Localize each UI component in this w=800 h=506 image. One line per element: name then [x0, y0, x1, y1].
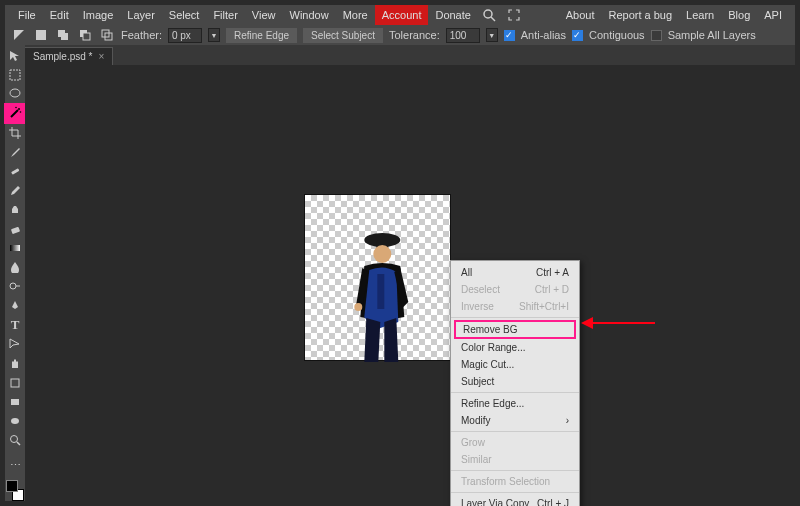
blur-tool[interactable] [6, 259, 24, 276]
menu-bar: File Edit Image Layer Select Filter View… [5, 5, 795, 25]
ctx-grow[interactable]: Grow [451, 434, 579, 451]
tab-label: Sample.psd * [33, 51, 92, 62]
tool-preset-icon[interactable] [11, 27, 27, 43]
menu-view[interactable]: View [245, 5, 283, 25]
svg-point-10 [10, 89, 20, 97]
menu-blog[interactable]: Blog [721, 5, 757, 25]
fullscreen-icon[interactable] [506, 7, 522, 23]
hand-tool[interactable] [6, 355, 24, 372]
svg-rect-9 [10, 70, 20, 80]
options-bar: Feather: ▼ Refine Edge Select Subject To… [5, 25, 795, 45]
heal-tool[interactable] [6, 162, 24, 179]
ctx-remove-bg[interactable]: Remove BG [454, 320, 576, 339]
ctx-similar[interactable]: Similar [451, 451, 579, 468]
svg-point-13 [15, 107, 17, 109]
document-canvas[interactable] [305, 195, 450, 360]
ctx-refine-edge[interactable]: Refine Edge... [451, 395, 579, 412]
svg-rect-6 [83, 33, 90, 40]
menu-learn[interactable]: Learn [679, 5, 721, 25]
menu-select[interactable]: Select [162, 5, 207, 25]
document-tabs: Sample.psd * × [25, 45, 795, 65]
menu-file[interactable]: File [11, 5, 43, 25]
dodge-tool[interactable] [6, 278, 24, 295]
svg-point-22 [11, 418, 19, 424]
svg-line-24 [17, 442, 20, 445]
tab-close-icon[interactable]: × [98, 51, 104, 62]
ctx-subject[interactable]: Subject [451, 373, 579, 390]
path-tool[interactable] [6, 336, 24, 353]
svg-rect-21 [11, 399, 19, 405]
magic-wand-tool[interactable] [6, 105, 24, 122]
svg-rect-28 [377, 274, 384, 309]
menu-more[interactable]: More [336, 5, 375, 25]
sample-all-checkbox[interactable] [651, 30, 662, 41]
menu-window[interactable]: Window [283, 5, 336, 25]
svg-point-29 [354, 303, 362, 311]
ctx-magic-cut[interactable]: Magic Cut... [451, 356, 579, 373]
eraser-tool[interactable] [6, 220, 24, 237]
menu-edit[interactable]: Edit [43, 5, 76, 25]
select-subject-button[interactable]: Select Subject [303, 28, 383, 43]
svg-line-11 [11, 110, 18, 117]
color-swatches[interactable] [6, 480, 24, 501]
ellipse-tool[interactable] [6, 412, 24, 429]
ctx-modify[interactable]: Modify› [451, 412, 579, 429]
text-tool[interactable]: T [6, 316, 24, 333]
menu-filter[interactable]: Filter [206, 5, 244, 25]
crop-tool[interactable] [6, 124, 24, 141]
svg-point-18 [10, 283, 16, 289]
mode-add-icon[interactable] [55, 27, 71, 43]
eyedropper-tool[interactable] [6, 143, 24, 160]
svg-point-12 [18, 108, 20, 110]
gradient-tool[interactable] [6, 239, 24, 256]
move-tool[interactable] [6, 47, 24, 64]
ctx-all[interactable]: AllCtrl + A [451, 264, 579, 281]
dots-icon[interactable]: ⋯ [6, 457, 24, 474]
refine-edge-button[interactable]: Refine Edge [226, 28, 297, 43]
tool-column: T ⋯ [5, 45, 25, 501]
mode-subtract-icon[interactable] [77, 27, 93, 43]
brush-tool[interactable] [6, 182, 24, 199]
tab-sample[interactable]: Sample.psd * × [25, 47, 113, 65]
svg-rect-17 [10, 245, 20, 251]
marquee-tool[interactable] [6, 66, 24, 83]
feather-label: Feather: [121, 29, 162, 41]
context-menu: AllCtrl + A DeselectCtrl + D InverseShif… [450, 260, 580, 506]
canvas-area[interactable]: AllCtrl + A DeselectCtrl + D InverseShif… [25, 65, 795, 501]
tolerance-label: Tolerance: [389, 29, 440, 41]
antialias-label: Anti-alias [521, 29, 566, 41]
menu-account[interactable]: Account [375, 5, 429, 25]
feather-input[interactable] [168, 28, 202, 43]
zoom-tool[interactable] [6, 432, 24, 449]
mode-new-icon[interactable] [33, 27, 49, 43]
svg-point-0 [484, 10, 492, 18]
svg-point-23 [11, 436, 18, 443]
search-icon[interactable] [482, 7, 498, 23]
clone-tool[interactable] [6, 201, 24, 218]
rect-tool[interactable] [6, 393, 24, 410]
foreground-swatch[interactable] [6, 480, 18, 492]
mode-intersect-icon[interactable] [99, 27, 115, 43]
menu-api[interactable]: API [757, 5, 789, 25]
tolerance-input[interactable] [446, 28, 480, 43]
menu-about[interactable]: About [559, 5, 602, 25]
ctx-inverse[interactable]: InverseShift+Ctrl+I [451, 298, 579, 315]
ctx-layer-via-copy[interactable]: Layer Via CopyCtrl + J [451, 495, 579, 506]
ctx-deselect[interactable]: DeselectCtrl + D [451, 281, 579, 298]
contiguous-checkbox[interactable]: ✓ [572, 30, 583, 41]
menu-report[interactable]: Report a bug [601, 5, 679, 25]
antialias-checkbox[interactable]: ✓ [504, 30, 515, 41]
menu-donate[interactable]: Donate [428, 5, 477, 25]
tolerance-dropdown[interactable]: ▼ [486, 28, 498, 42]
svg-line-1 [491, 17, 495, 21]
lasso-tool[interactable] [6, 85, 24, 102]
pen-tool[interactable] [6, 297, 24, 314]
shape-tool[interactable] [6, 374, 24, 391]
ctx-transform[interactable]: Transform Selection [451, 473, 579, 490]
person-image [334, 222, 429, 362]
menu-layer[interactable]: Layer [120, 5, 162, 25]
feather-dropdown[interactable]: ▼ [208, 28, 220, 42]
menu-image[interactable]: Image [76, 5, 121, 25]
ctx-color-range[interactable]: Color Range... [451, 339, 579, 356]
sample-all-label: Sample All Layers [668, 29, 756, 41]
